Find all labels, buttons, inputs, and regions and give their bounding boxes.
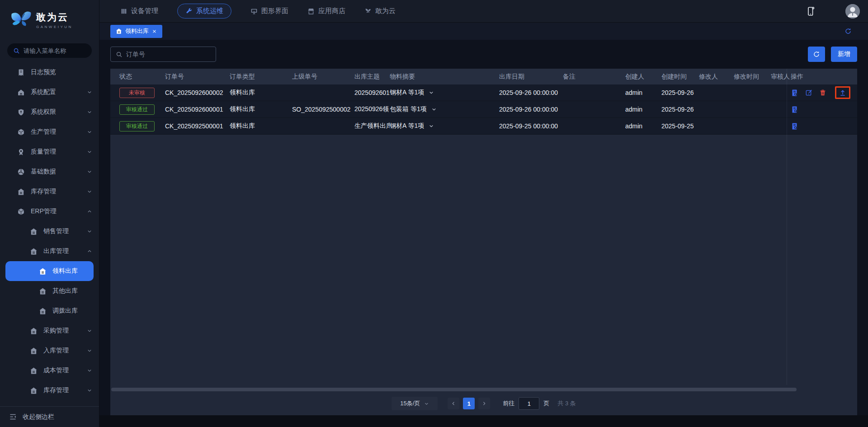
chevron-down-icon (87, 229, 92, 234)
cell-parent-no: SO_2025092500002 (292, 106, 354, 113)
refresh-button[interactable] (808, 47, 825, 62)
page-unit-label: 页 (543, 399, 549, 408)
sidebar-item-cost[interactable]: 成本管理 (0, 361, 99, 380)
column-header-out-date: 出库日期 (499, 73, 563, 81)
menu-search-input[interactable] (24, 47, 86, 54)
sidebar-item-system-permission[interactable]: 系统权限 (0, 102, 99, 122)
expand-chevron-icon[interactable] (431, 107, 437, 112)
sidebar-item-system-config[interactable]: 系统配置 (0, 82, 99, 102)
topnav-label: 设备管理 (131, 7, 158, 15)
sidebar-item-erp[interactable]: ERP管理 (0, 202, 99, 221)
sidebar-item-purchase[interactable]: 采购管理 (0, 321, 99, 341)
current-page-button[interactable]: 1 (463, 398, 475, 409)
topnav-app-store[interactable]: 应用商店 (307, 7, 345, 15)
sidebar-item-outbound[interactable]: 出库管理 (0, 241, 99, 261)
goto-label: 前往 (503, 399, 514, 408)
table-row[interactable]: 审核通过 CK_2025092600001 领料出库 SO_2025092500… (110, 101, 857, 118)
column-header-subject: 出库主题 (354, 73, 390, 81)
cell-out-date: 2025-09-25 00:00:00 (499, 122, 563, 130)
sidebar-item-base-data[interactable]: 基础数据 (0, 162, 99, 182)
view-detail-icon[interactable] (791, 122, 798, 130)
sidebar-item-label: 调拨出库 (52, 307, 78, 315)
prev-page-button[interactable] (448, 398, 459, 409)
sidebar-item-production[interactable]: 生产管理 (0, 122, 99, 142)
column-header-order-no: 订单号 (165, 73, 230, 81)
cell-order-type: 领料出库 (230, 89, 292, 97)
warehouse-icon (30, 347, 38, 355)
collapse-sidebar-button[interactable]: 收起侧边栏 (0, 406, 99, 427)
view-detail-icon[interactable] (791, 106, 798, 113)
warehouse-icon (30, 228, 38, 235)
topnav-system-ops[interactable]: 系统运维 (177, 4, 231, 19)
warehouse-icon (17, 188, 25, 196)
cell-operations (791, 122, 857, 130)
topnav-label: 敢为云 (375, 7, 396, 15)
box-icon (17, 128, 25, 136)
brand-logo-area: 敢为云 GANWEIYUN (0, 0, 99, 40)
sidebar-item-inventory[interactable]: 库存管理 (0, 182, 99, 202)
cell-creator: admin (625, 89, 661, 96)
wrench-icon (185, 8, 193, 15)
view-detail-icon[interactable] (791, 89, 798, 97)
cell-summary: 包装箱 等1项 (390, 105, 499, 113)
sidebar-item-stock[interactable]: 库存管理 (0, 380, 99, 400)
edit-icon[interactable] (805, 89, 812, 96)
sidebar-item-label: 成本管理 (43, 366, 69, 375)
sidebar-item-log-preview[interactable]: 日志预览 (0, 62, 99, 82)
horizontal-scrollbar[interactable] (111, 388, 797, 391)
delete-icon[interactable] (819, 89, 826, 96)
sidebar-item-label: 质量管理 (31, 148, 56, 156)
column-header-create-time: 创建时间 (661, 73, 699, 81)
pie-icon (17, 168, 25, 176)
table-row[interactable]: 审核通过 CK_2025092500001 领料出库 生产领料出库 钢材A 等1… (110, 118, 857, 135)
sidebar-item-quality[interactable]: 质量管理 (0, 142, 99, 162)
close-icon[interactable] (152, 29, 157, 34)
sidebar-item-sales[interactable]: 销售管理 (0, 221, 99, 241)
order-search-box[interactable] (110, 47, 216, 62)
topnav-ganweiyun[interactable]: 敢为云 (364, 7, 396, 15)
topnav-label: 应用商店 (318, 7, 345, 15)
refresh-icon[interactable] (844, 28, 852, 35)
sidebar-item-label: 系统配置 (31, 88, 56, 96)
order-search-input[interactable] (126, 51, 211, 58)
expand-chevron-icon[interactable] (429, 90, 434, 95)
cell-order-no: CK_2025092600002 (165, 89, 230, 96)
topnav-graphic-ui[interactable]: 图形界面 (250, 7, 288, 15)
table-row[interactable]: 未审核 CK_2025092600002 领料出库 2025092601 钢材A… (110, 84, 857, 101)
warehouse-icon (116, 28, 122, 34)
add-button[interactable]: 新增 (831, 47, 857, 62)
tab-label: 领料出库 (125, 27, 149, 35)
butterfly-logo-icon (9, 8, 33, 32)
sidebar-item-transfer-outbound[interactable]: 调拨出库 (0, 301, 99, 321)
tab-material-outbound[interactable]: 领料出库 (110, 25, 162, 38)
expand-chevron-icon[interactable] (429, 123, 434, 129)
cell-out-date: 2025-09-26 00:00:00 (499, 89, 563, 96)
brand-text: 敢为云 GANWEIYUN (36, 11, 73, 29)
goto-page-input[interactable] (519, 397, 539, 410)
cell-create-time: 2025-09-26 (661, 106, 699, 113)
cell-order-type: 领料出库 (230, 122, 292, 130)
tab-bar: 领料出库 (99, 23, 868, 40)
column-header-parent-no: 上级单号 (292, 73, 354, 81)
topnav-device-management[interactable]: 设备管理 (120, 7, 158, 15)
sidebar-item-other-outbound[interactable]: 其他出库 (0, 281, 99, 301)
user-avatar[interactable] (845, 4, 860, 19)
submit-review-icon[interactable] (839, 89, 846, 96)
column-header-modify-time: 修改时间 (734, 73, 771, 81)
cell-summary: 钢材A 等1项 (390, 122, 499, 130)
column-header-operations: 操作 (791, 73, 857, 81)
sidebar-item-inbound[interactable]: 入库管理 (0, 341, 99, 361)
fixed-column-divider (787, 69, 787, 385)
sidebar-item-material-outbound[interactable]: 领料出库 (5, 261, 94, 281)
menu-search-box[interactable] (7, 43, 92, 58)
warehouse-icon (30, 387, 38, 394)
cell-creator: admin (625, 106, 661, 113)
sidebar-nav: 日志预览 系统配置 系统权限 生产管理 质量管理 (0, 60, 99, 406)
app-window: 敢为云 GANWEIYUN 日志预览 系统配置 系统权限 (0, 0, 868, 427)
warehouse-icon (30, 367, 38, 375)
mobile-phone-icon[interactable] (806, 6, 816, 16)
page-size-select[interactable]: 15条/页 (392, 397, 438, 410)
cell-order-type: 领料出库 (230, 105, 292, 113)
next-page-button[interactable] (478, 398, 490, 409)
main-area: 设备管理 系统运维 图形界面 应用商店 敢为云 (99, 0, 868, 427)
